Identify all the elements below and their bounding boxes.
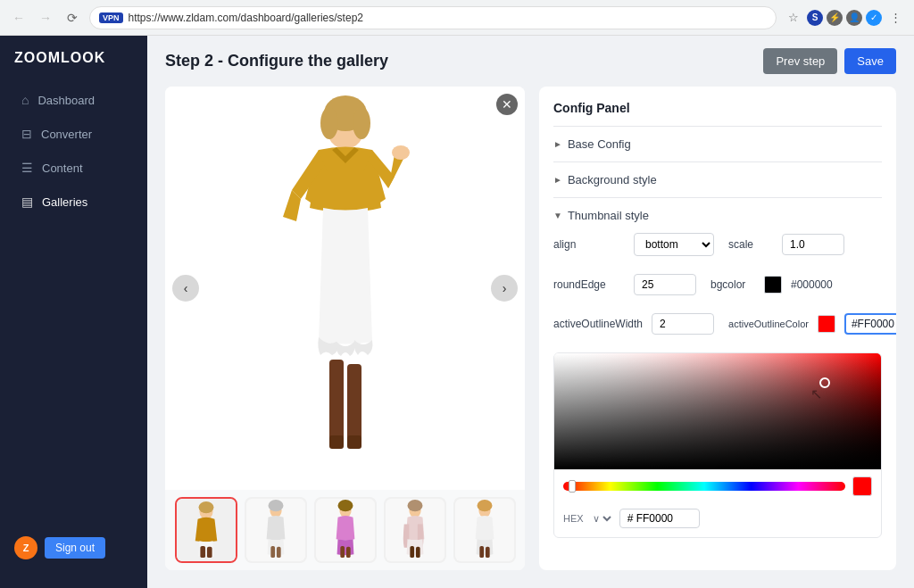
svg-rect-13 bbox=[206, 547, 212, 558]
thumbnail-5[interactable] bbox=[453, 497, 516, 563]
round-edge-label: roundEdge bbox=[553, 278, 625, 291]
sidebar: ZOOMLOOK ⌂ Dashboard ⊟ Converter ☰ Conte… bbox=[0, 36, 147, 588]
ext-icon-1: S bbox=[807, 10, 823, 26]
gallery-viewer: ✕ ‹ bbox=[165, 87, 525, 570]
main-model-image bbox=[256, 92, 435, 484]
svg-rect-12 bbox=[200, 546, 205, 558]
round-edge-input[interactable] bbox=[634, 274, 696, 295]
save-button[interactable]: Save bbox=[844, 48, 896, 74]
sidebar-item-galleries[interactable]: ▤ Galleries bbox=[7, 186, 140, 218]
config-panel: Config Panel ► Base Config ► Background … bbox=[539, 87, 896, 570]
align-select[interactable]: bottom center top bbox=[634, 233, 714, 256]
sidebar-item-content[interactable]: ☰ Content bbox=[7, 152, 140, 184]
config-panel-title: Config Panel bbox=[553, 101, 882, 115]
thumbnail-3[interactable] bbox=[314, 497, 377, 563]
galleries-icon: ▤ bbox=[21, 195, 33, 209]
svg-rect-5 bbox=[347, 364, 361, 440]
sidebar-label-converter: Converter bbox=[41, 128, 92, 141]
sidebar-footer: Z Sign out bbox=[0, 522, 147, 574]
thumbnail-style-content: align bottom center top scale bbox=[553, 233, 882, 538]
page-title: Step 2 - Configure the gallery bbox=[165, 52, 388, 70]
thumbnail-4[interactable] bbox=[384, 497, 446, 563]
menu-button[interactable]: ⋮ bbox=[885, 8, 905, 28]
sidebar-nav: ⌂ Dashboard ⊟ Converter ☰ Content ▤ Gall… bbox=[0, 84, 147, 522]
prev-step-button[interactable]: Prev step bbox=[763, 48, 837, 74]
background-style-section: ► Background style bbox=[553, 161, 882, 197]
address-bar[interactable]: VPN https://www.zldam.com/dashboard/gall… bbox=[89, 6, 777, 29]
app-layout: ZOOMLOOK ⌂ Dashboard ⊟ Converter ☰ Conte… bbox=[0, 36, 914, 588]
color-picker-popup: ↖ bbox=[553, 352, 882, 538]
svg-rect-7 bbox=[347, 435, 361, 449]
hex-label: HEX bbox=[563, 513, 584, 524]
scale-row: scale bbox=[728, 233, 844, 256]
svg-rect-27 bbox=[410, 546, 414, 558]
thumbnail-style-header[interactable]: ▼ Thumbnail style bbox=[553, 207, 882, 224]
svg-rect-4 bbox=[329, 360, 344, 440]
svg-point-11 bbox=[198, 501, 213, 513]
base-config-header[interactable]: ► Base Config bbox=[553, 136, 882, 153]
hex-value-input[interactable] bbox=[619, 509, 700, 528]
form-row-1: align bottom center top scale bbox=[553, 233, 882, 265]
next-image-button[interactable]: › bbox=[491, 275, 518, 302]
main-header: Step 2 - Configure the gallery Prev step… bbox=[147, 36, 914, 87]
background-style-arrow: ► bbox=[553, 175, 562, 185]
scale-input[interactable] bbox=[782, 234, 844, 255]
align-label: align bbox=[553, 238, 625, 251]
converter-icon: ⊟ bbox=[21, 127, 32, 141]
sidebar-item-dashboard[interactable]: ⌂ Dashboard bbox=[7, 84, 140, 116]
prev-image-button[interactable]: ‹ bbox=[172, 275, 199, 302]
back-button[interactable]: ← bbox=[9, 8, 29, 28]
close-button[interactable]: ✕ bbox=[496, 94, 518, 115]
url-text: https://www.zldam.com/dashboard/gallerie… bbox=[129, 12, 363, 24]
reload-button[interactable]: ⟳ bbox=[62, 8, 82, 28]
svg-rect-32 bbox=[479, 546, 484, 558]
svg-rect-17 bbox=[270, 546, 275, 558]
bookmark-button[interactable]: ☆ bbox=[784, 8, 803, 28]
hue-slider[interactable] bbox=[563, 482, 845, 491]
svg-point-26 bbox=[407, 500, 422, 511]
scale-label: scale bbox=[728, 238, 773, 251]
thumbnail-2[interactable] bbox=[245, 497, 307, 563]
ext-icon-check: ✓ bbox=[866, 10, 882, 26]
background-style-label: Background style bbox=[568, 173, 657, 186]
browser-bar: ← → ⟳ VPN https://www.zldam.com/dashboar… bbox=[0, 0, 914, 36]
ext-icon-2: ⚡ bbox=[827, 10, 843, 26]
signout-button[interactable]: Sign out bbox=[45, 537, 105, 559]
outline-width-input[interactable] bbox=[652, 313, 714, 335]
cursor-indicator: ↖ bbox=[810, 385, 822, 402]
outline-color-swatch[interactable] bbox=[818, 315, 835, 333]
hex-select[interactable]: ∨ bbox=[589, 512, 614, 525]
round-edge-row: roundEdge bbox=[553, 274, 696, 295]
sidebar-label-content: Content bbox=[42, 161, 83, 175]
svg-point-16 bbox=[268, 500, 283, 511]
svg-point-21 bbox=[337, 500, 353, 511]
bgcolor-swatch[interactable] bbox=[764, 276, 782, 294]
ext-icon-3: 👤 bbox=[846, 10, 862, 26]
sidebar-logo: ZOOMLOOK bbox=[0, 50, 147, 84]
forward-button[interactable]: → bbox=[36, 8, 55, 28]
sidebar-label-galleries: Galleries bbox=[42, 195, 87, 209]
main-content: Step 2 - Configure the gallery Prev step… bbox=[147, 36, 914, 588]
content-icon: ☰ bbox=[21, 161, 33, 175]
form-row-3: activeOutlineWidth activeOutlineColor bbox=[553, 313, 882, 344]
svg-point-3 bbox=[353, 107, 370, 139]
bgcolor-row: bgcolor #000000 bbox=[710, 274, 833, 295]
thumbnail-1[interactable] bbox=[175, 497, 237, 563]
header-actions: Prev step Save bbox=[763, 48, 896, 74]
svg-point-2 bbox=[320, 107, 338, 139]
hex-row: HEX ∨ bbox=[554, 503, 881, 537]
background-style-header[interactable]: ► Background style bbox=[553, 171, 882, 188]
sidebar-item-converter[interactable]: ⊟ Converter bbox=[7, 118, 140, 150]
svg-rect-28 bbox=[415, 547, 420, 558]
thumbnail-style-section: ▼ Thumbnail style align bottom center bbox=[553, 197, 882, 547]
outline-color-row: activeOutlineColor bbox=[728, 313, 896, 335]
base-config-section: ► Base Config bbox=[553, 126, 882, 161]
svg-rect-18 bbox=[276, 547, 280, 558]
hue-slider-row bbox=[554, 469, 881, 503]
color-gradient-box[interactable]: ↖ bbox=[554, 353, 881, 469]
base-config-label: Base Config bbox=[568, 137, 631, 151]
outline-color-input[interactable] bbox=[844, 313, 896, 335]
bgcolor-value: #000000 bbox=[791, 278, 833, 291]
outline-color-label: activeOutlineColor bbox=[728, 319, 809, 329]
dashboard-icon: ⌂ bbox=[21, 93, 29, 107]
